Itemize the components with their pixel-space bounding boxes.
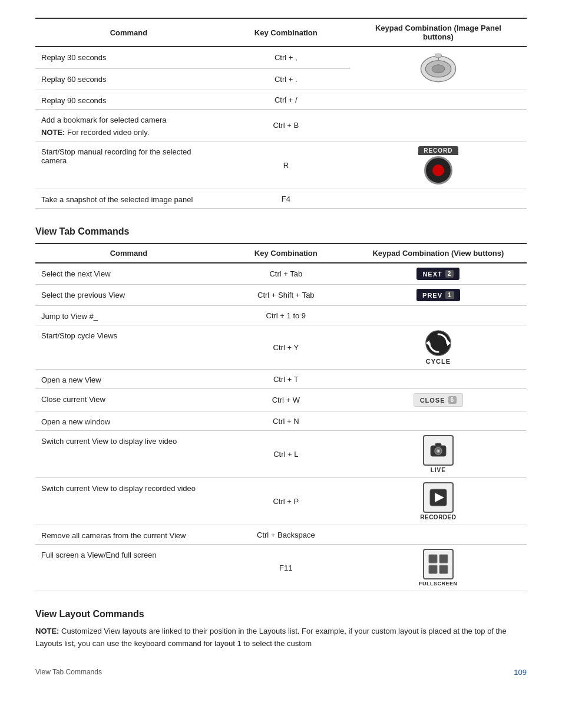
table-row: Select the previous View Ctrl + Shift + … xyxy=(35,285,527,306)
next-num: 2 xyxy=(445,270,454,278)
col-header-key: Key Combination xyxy=(222,18,350,47)
table-row: Full screen a View/End full screen F11 F… xyxy=(35,545,527,591)
table-row: Jump to View #_ Ctrl + 1 to 9 xyxy=(35,306,527,325)
view-tab-table: Command Key Combination Keypad Combinati… xyxy=(35,243,527,591)
svg-rect-16 xyxy=(439,555,448,563)
record-circle xyxy=(424,156,452,185)
command-cell: Replay 30 seconds xyxy=(35,47,222,68)
key-cell: Ctrl + , xyxy=(222,47,350,68)
command-main: Add a bookmark for selected camera xyxy=(41,116,216,124)
live-label: LIVE xyxy=(431,467,446,473)
svg-point-11 xyxy=(437,450,439,452)
key-cell: Ctrl + T xyxy=(222,370,350,389)
svg-rect-15 xyxy=(429,555,437,563)
col-header-command2: Command xyxy=(35,243,222,263)
close-num: 6 xyxy=(448,396,457,404)
keypad-cell xyxy=(350,110,527,141)
key-cell: R xyxy=(222,141,350,189)
record-dot xyxy=(432,164,444,176)
col-header-key2: Key Combination xyxy=(222,243,350,263)
recorded-svg xyxy=(429,488,448,507)
key-cell: Ctrl + W xyxy=(222,389,350,411)
svg-rect-3 xyxy=(435,54,441,57)
view-layout-commands-heading: View Layout Commands xyxy=(35,609,527,620)
note-text: For recorded video only. xyxy=(65,128,149,137)
keypad-cell: CLOSE 6 xyxy=(350,389,527,411)
close-label: CLOSE xyxy=(420,397,445,404)
recorded-button-image: RECORDED xyxy=(420,482,456,521)
command-cell: Select the previous View xyxy=(35,285,222,306)
fullscreen-label: FULLSCREEN xyxy=(419,581,458,587)
key-cell: Ctrl + Shift + Tab xyxy=(222,285,350,306)
command-cell: Start/Stop manual recording for the sele… xyxy=(35,141,222,189)
keypad-cell: LIVE xyxy=(350,431,527,478)
command-cell: Close current View xyxy=(35,389,222,411)
fullscreen-icon-box xyxy=(423,549,454,579)
command-cell: Replay 60 seconds xyxy=(35,68,222,90)
keypad-cell xyxy=(350,306,527,325)
footer-left: View Tab Commands xyxy=(35,668,102,676)
live-icon-box xyxy=(423,435,454,466)
command-cell: Switch current View to display live vide… xyxy=(35,431,222,478)
svg-point-2 xyxy=(432,65,445,73)
table-row: Add a bookmark for selected camera NOTE:… xyxy=(35,110,527,141)
table-row: Take a snapshot of the selected image pa… xyxy=(35,189,527,209)
key-cell: Ctrl + P xyxy=(222,478,350,525)
table-row: Open a new window Ctrl + N xyxy=(35,411,527,431)
command-cell: Full screen a View/End full screen xyxy=(35,545,222,591)
table-row: Start/Stop cycle Views Ctrl + Y CYCLE xyxy=(35,325,527,370)
command-cell: Open a new View xyxy=(35,370,222,389)
table-row: Switch current View to display live vide… xyxy=(35,431,527,478)
key-cell: Ctrl + / xyxy=(222,90,350,110)
command-cell: Open a new window xyxy=(35,411,222,431)
prev-button-image: PREV 1 xyxy=(416,289,460,301)
svg-rect-12 xyxy=(435,443,441,446)
cycle-label: CYCLE xyxy=(426,358,451,365)
command-cell: Add a bookmark for selected camera NOTE:… xyxy=(35,110,222,141)
key-cell: Ctrl + L xyxy=(222,431,350,478)
recorded-icon-box xyxy=(423,482,454,513)
table-row: Close current View Ctrl + W CLOSE 6 xyxy=(35,389,527,411)
next-label: NEXT xyxy=(422,271,442,278)
note-body-text: Customized View layouts are linked to th… xyxy=(35,627,507,648)
view-layout-note: NOTE: Customized View layouts are linked… xyxy=(35,625,527,650)
view-tab-commands-heading: View Tab Commands xyxy=(35,226,527,237)
keypad-cell: RECORD xyxy=(350,141,527,189)
keypad-cell: PREV 1 xyxy=(350,285,527,306)
keypad-cell xyxy=(350,90,527,110)
live-svg xyxy=(429,441,448,460)
table-row: Remove all cameras from the current View… xyxy=(35,525,527,545)
keypad-cell xyxy=(350,525,527,545)
svg-rect-17 xyxy=(429,565,437,574)
record-label: RECORD xyxy=(418,146,458,155)
dial-svg xyxy=(418,51,459,84)
table-row: Start/Stop manual recording for the sele… xyxy=(35,141,527,189)
table-row: Replay 30 seconds Ctrl + , xyxy=(35,47,527,68)
col-header-keypad: Keypad Combination (Image Panelbuttons) xyxy=(350,18,527,47)
keypad-cell: FULLSCREEN xyxy=(350,545,527,591)
table-row: Switch current View to display recorded … xyxy=(35,478,527,525)
image-panel-table: Command Key Combination Keypad Combinati… xyxy=(35,18,527,209)
close-button-image: CLOSE 6 xyxy=(414,393,463,407)
page-footer: View Tab Commands 109 xyxy=(35,668,527,677)
keypad-cell xyxy=(350,189,527,209)
keypad-cell xyxy=(350,370,527,389)
key-cell: Ctrl + Y xyxy=(222,325,350,370)
keypad-cell: NEXT 2 xyxy=(350,263,527,285)
key-cell: Ctrl + Backspace xyxy=(222,525,350,545)
table-row: Replay 90 seconds Ctrl + / xyxy=(35,90,527,110)
fullscreen-svg xyxy=(427,553,449,575)
page-number: 109 xyxy=(514,668,527,677)
keypad-cell xyxy=(350,411,527,431)
cycle-button-image: CYCLE xyxy=(425,330,452,365)
table-row: Open a new View Ctrl + T xyxy=(35,370,527,389)
col-header-command: Command xyxy=(35,18,222,47)
key-cell: Ctrl + . xyxy=(222,68,350,90)
replay-dial-image xyxy=(418,51,459,84)
fullscreen-button-image: FULLSCREEN xyxy=(419,549,458,587)
cycle-svg xyxy=(425,330,452,357)
command-cell: Replay 90 seconds xyxy=(35,90,222,110)
key-cell: Ctrl + Tab xyxy=(222,263,350,285)
command-cell: Take a snapshot of the selected image pa… xyxy=(35,189,222,209)
keypad-cell: CYCLE xyxy=(350,325,527,370)
